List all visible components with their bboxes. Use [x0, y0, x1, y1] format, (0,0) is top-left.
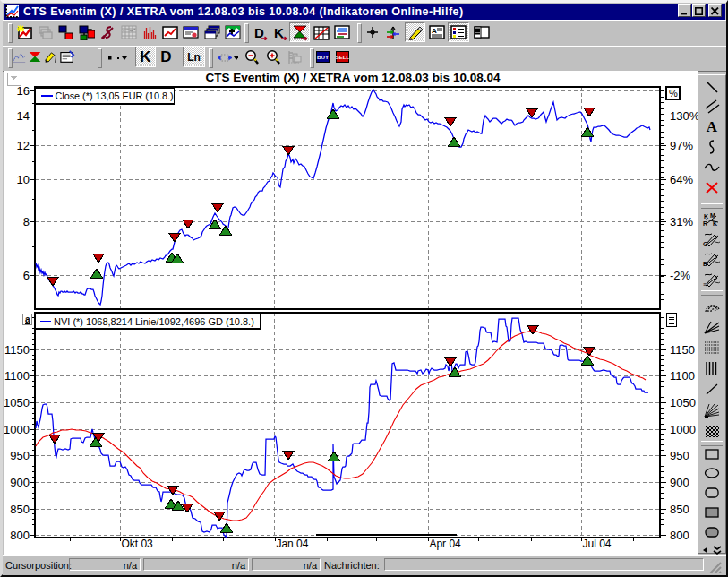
svg-text:14: 14 [17, 109, 30, 123]
svg-text:800: 800 [670, 529, 689, 542]
svg-text:A: A [432, 27, 437, 35]
svg-text:850: 850 [670, 503, 689, 516]
svg-text:CTS Eventim (X) / XETRA vom 12: CTS Eventim (X) / XETRA vom 12.08.03 bis… [206, 71, 501, 84]
svg-text:Jul 04: Jul 04 [583, 538, 612, 550]
svg-text:R: R [703, 220, 707, 227]
svg-text:A: A [707, 118, 718, 135]
svg-text:900: 900 [10, 476, 30, 489]
svg-text:Okt 03: Okt 03 [121, 538, 153, 550]
svg-text:≡: ≡ [703, 281, 707, 288]
svg-text:1000: 1000 [670, 423, 696, 436]
svg-text:1000: 1000 [4, 423, 30, 436]
svg-text:1150: 1150 [4, 343, 30, 357]
svg-text:Apr 04: Apr 04 [429, 538, 461, 550]
svg-text:1050: 1050 [4, 396, 30, 409]
svg-text:8: 8 [23, 215, 30, 228]
svg-text:950: 950 [670, 449, 689, 462]
svg-text:31%: 31% [670, 215, 693, 228]
svg-text:E: E [703, 261, 707, 267]
svg-text:1100: 1100 [670, 369, 695, 383]
svg-text:Close (*) 13,05 EUR (10.8.): Close (*) 13,05 EUR (10.8.) [56, 90, 174, 101]
svg-text:64%: 64% [670, 173, 693, 186]
svg-text:950: 950 [10, 449, 30, 462]
svg-text:K: K [704, 213, 708, 220]
svg-text:6: 6 [23, 269, 30, 282]
svg-text:G: G [703, 241, 708, 247]
svg-text:Jan 04: Jan 04 [276, 538, 308, 550]
svg-text:BUY: BUY [317, 54, 330, 60]
svg-text:97%: 97% [670, 139, 693, 152]
svg-text:1050: 1050 [670, 396, 696, 409]
svg-text:850: 850 [10, 503, 30, 516]
svg-text:NVI (*) 1068,8214 Linie/1092,4: NVI (*) 1068,8214 Linie/1092,4696 GD (10… [54, 316, 254, 327]
svg-text:800: 800 [10, 529, 30, 542]
svg-text:-2%: -2% [670, 269, 691, 282]
svg-text:%: % [669, 88, 678, 99]
svg-text:a: a [25, 314, 30, 324]
svg-text:900: 900 [670, 476, 689, 489]
svg-text:130%: 130% [670, 109, 698, 123]
svg-text:10: 10 [17, 173, 30, 186]
svg-text:1150: 1150 [670, 343, 695, 357]
svg-text:16: 16 [17, 84, 30, 98]
svg-text:1100: 1100 [4, 369, 30, 383]
svg-text:12: 12 [17, 139, 30, 152]
svg-text:SELL: SELL [336, 55, 349, 60]
